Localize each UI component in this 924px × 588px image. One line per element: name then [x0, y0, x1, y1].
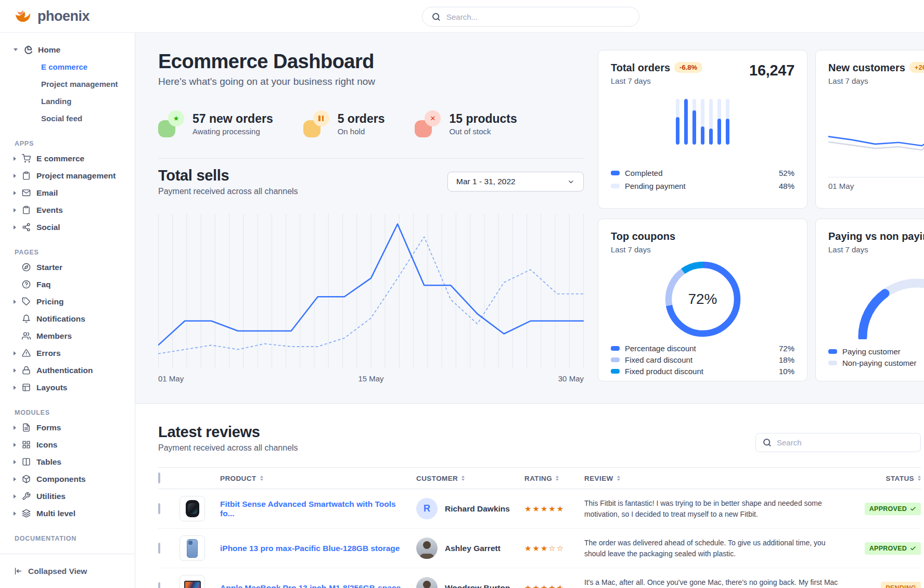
- wrench-icon: [22, 492, 31, 501]
- lock-icon: [22, 366, 31, 375]
- chevron-right-icon: [14, 494, 16, 498]
- chevron-down-icon: [14, 48, 18, 51]
- card-title: New customers: [828, 62, 905, 73]
- x-icon: ✕: [415, 110, 441, 137]
- pause-icon: [303, 110, 329, 137]
- sidebar-item-multi-level[interactable]: Multi level: [0, 505, 135, 522]
- sidebar-item-ecommerce-app[interactable]: E commerce: [0, 150, 135, 167]
- page-title: Ecommerce Dashboard: [158, 50, 584, 73]
- x-axis-label: 15 May: [358, 374, 383, 383]
- column-header-status[interactable]: STATUS: [855, 475, 921, 482]
- sidebar-item-pricing[interactable]: Pricing: [0, 293, 135, 310]
- sidebar-item-events[interactable]: Events: [0, 201, 135, 219]
- brand-logo[interactable]: phoenix: [15, 8, 89, 24]
- search-input[interactable]: [446, 12, 630, 21]
- collapse-sidebar-button[interactable]: Collapsed View: [0, 567, 87, 576]
- file-text-icon: [22, 423, 31, 432]
- sidebar-item-authentication[interactable]: Authentication: [0, 362, 135, 379]
- sidebar: Home E commerce Project management Landi…: [0, 33, 135, 588]
- stats-row: ★ 57 new orders Awating processing: [158, 110, 584, 137]
- section-label-documentation: DOCUMENTATION: [0, 532, 135, 545]
- users-icon: [22, 331, 31, 340]
- sidebar-item-errors[interactable]: Errors: [0, 344, 135, 362]
- row-checkbox[interactable]: [158, 582, 160, 588]
- pie-chart-icon: [23, 45, 32, 54]
- sidebar-item-landing[interactable]: Landing: [0, 93, 135, 110]
- card-period: Last 7 days: [828, 245, 924, 254]
- product-image-iphone[interactable]: [179, 535, 205, 561]
- legend-row: Completed 52%: [611, 167, 794, 180]
- sidebar-item-faq[interactable]: Faq: [0, 276, 135, 293]
- card-period: Last 7 days: [611, 76, 702, 85]
- sidebar-item-social[interactable]: Social: [0, 219, 135, 236]
- row-checkbox[interactable]: [158, 543, 160, 554]
- card-title: Top coupons: [611, 231, 675, 242]
- grid-icon: [22, 440, 31, 449]
- sidebar-item-ecommerce[interactable]: E commerce: [0, 58, 135, 75]
- row-checkbox[interactable]: [158, 503, 160, 514]
- avatar: R: [416, 498, 438, 519]
- sidebar-item-starter[interactable]: Starter: [0, 259, 135, 276]
- sidebar-item-project-management-app[interactable]: Project management: [0, 167, 135, 184]
- legend-swatch: [828, 361, 837, 365]
- check-icon: [910, 545, 916, 552]
- chevron-down-icon: [567, 178, 575, 186]
- main-content: Ecommerce Dashboard Here's what's going …: [135, 33, 924, 588]
- chevron-right-icon: [14, 426, 16, 430]
- section-label-apps: APPS: [0, 137, 135, 150]
- sidebar-item-tables[interactable]: Tables: [0, 453, 135, 470]
- help-circle-icon: [22, 280, 31, 289]
- sort-icon: [461, 476, 465, 481]
- sidebar-item-project-management[interactable]: Project management: [0, 75, 135, 93]
- total-sells-title: Total sells: [158, 167, 298, 184]
- chevron-right-icon: [14, 460, 16, 464]
- sidebar-item-notifications[interactable]: Notifications: [0, 310, 135, 327]
- sidebar-item-home[interactable]: Home: [0, 41, 135, 58]
- legend-swatch: [611, 369, 620, 374]
- product-link[interactable]: Apple MacBook Pro 13 inch-M1-8/256GB-spa…: [220, 583, 416, 588]
- global-search[interactable]: [422, 7, 639, 27]
- top-navbar: phoenix: [0, 0, 924, 33]
- sidebar-item-social-feed[interactable]: Social feed: [0, 110, 135, 127]
- app-window: phoenix Home E commerce Project manageme…: [0, 0, 924, 588]
- sidebar-item-components[interactable]: Components: [0, 470, 135, 488]
- card-title: Total orders: [611, 62, 670, 73]
- column-header-product[interactable]: PRODUCT: [220, 475, 416, 482]
- columns-icon: [22, 457, 31, 466]
- sidebar-item-layouts[interactable]: Layouts: [0, 379, 135, 396]
- layers-icon: [22, 509, 31, 518]
- sidebar-item-members[interactable]: Members: [0, 327, 135, 344]
- latest-reviews-section: Latest reviews Payment received across a…: [135, 403, 924, 588]
- sidebar-item-email[interactable]: Email: [0, 184, 135, 201]
- date-range-select[interactable]: Mar 1 - 31, 2022: [447, 172, 584, 191]
- product-image-fitbit[interactable]: [179, 496, 205, 521]
- select-all-checkbox[interactable]: [158, 472, 160, 483]
- chevron-right-icon: [14, 174, 16, 178]
- phoenix-logo-icon: [15, 8, 32, 24]
- sidebar-item-utilities[interactable]: Utilities: [0, 488, 135, 505]
- chevron-right-icon: [14, 351, 16, 355]
- reviews-search[interactable]: [755, 433, 921, 452]
- review-text: It's a Mac, after all. Once you've gone …: [584, 577, 855, 588]
- column-header-review[interactable]: REVIEW: [584, 475, 855, 482]
- column-header-customer[interactable]: CUSTOMER: [416, 475, 524, 482]
- mail-icon: [22, 188, 31, 197]
- collapse-left-icon: [14, 567, 22, 576]
- table-row: Fitbit Sense Advanced Smartwatch with To…: [158, 489, 921, 529]
- product-image-macbook[interactable]: [179, 575, 205, 588]
- card-title: Paying vs non paying: [828, 231, 924, 242]
- chevron-right-icon: [14, 477, 16, 481]
- stat-out-of-stock: ✕ 15 products Out of stock: [415, 110, 517, 137]
- sidebar-item-icons[interactable]: Icons: [0, 436, 135, 453]
- change-badge: +26.5%: [909, 62, 924, 73]
- table-row: iPhone 13 pro max-Pacific Blue-128GB sto…: [158, 529, 921, 568]
- column-header-rating[interactable]: RATING: [524, 475, 584, 482]
- sidebar-item-forms[interactable]: Forms: [0, 419, 135, 436]
- product-link[interactable]: iPhone 13 pro max-Pacific Blue-128GB sto…: [220, 544, 416, 553]
- reviews-search-input[interactable]: [777, 438, 914, 447]
- review-text: This Fitbit is fantastic! I was trying t…: [584, 498, 855, 519]
- total-sells-chart: 01 May 15 May 30 May: [158, 214, 584, 383]
- product-link[interactable]: Fitbit Sense Advanced Smartwatch with To…: [220, 500, 416, 518]
- total-orders-card: Total orders-6.8% Last 7 days 16,247 Com…: [598, 50, 807, 209]
- clipboard-icon: [22, 171, 31, 180]
